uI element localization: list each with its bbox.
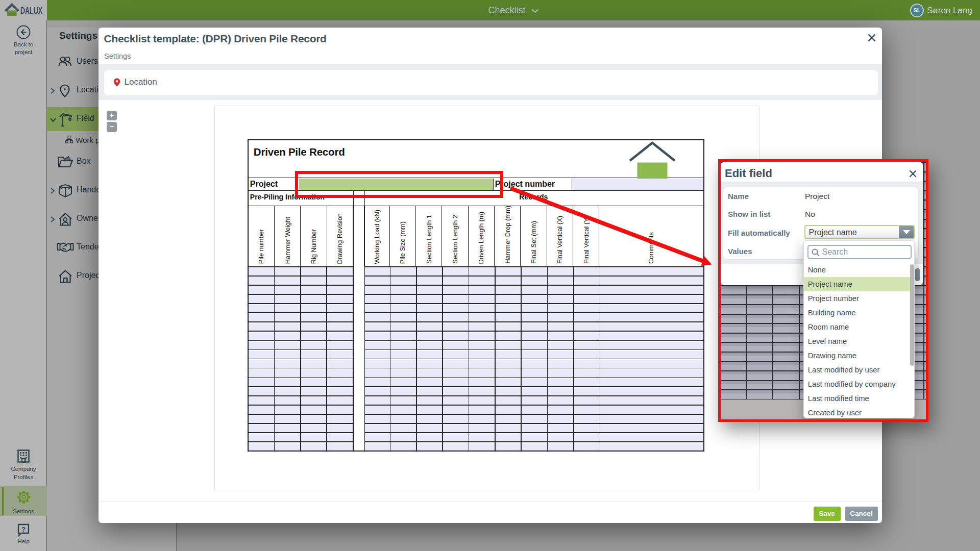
svg-text:DALUX: DALUX	[20, 6, 42, 16]
svg-text:?: ?	[21, 525, 26, 533]
